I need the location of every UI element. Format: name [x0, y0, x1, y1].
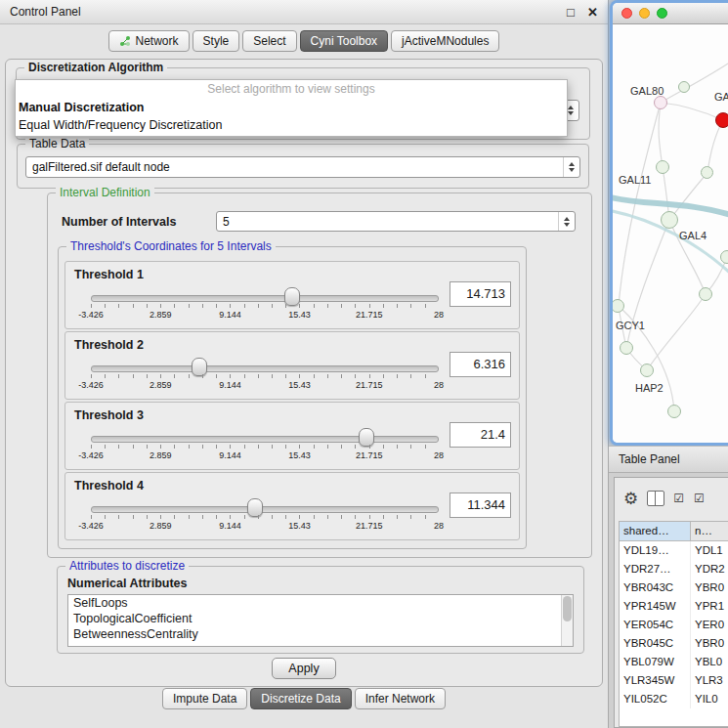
dropdown-option-equal-width-frequency[interactable]: Equal Width/Frequency Discretization [16, 116, 567, 134]
network-node[interactable] [678, 81, 690, 93]
table-row[interactable]: YDL19… YDL1 [620, 541, 728, 560]
network-canvas[interactable]: GAL80 GA GAL11 GAL4 GCY1 HAP2 [613, 24, 728, 443]
tab-style[interactable]: Style [193, 30, 240, 52]
slider-ticks [91, 304, 439, 308]
table-cell: YBL0 [691, 653, 728, 671]
network-node-label: GA [714, 91, 728, 103]
threshold-value-field[interactable]: 21.4 [450, 422, 511, 448]
table-row[interactable]: YBR045C YBR0 [620, 634, 728, 653]
tick-label: 9.144 [219, 521, 241, 531]
attributes-group: Attributes to discretize Numerical Attri… [57, 566, 584, 654]
dropdown-option-manual-discretization[interactable]: Manual Discretization [16, 99, 567, 116]
slider-ticks [91, 445, 439, 449]
network-node[interactable] [656, 160, 669, 174]
threshold-panel: Threshold 1 -3.426 2.859 9.144 15.43 21 [64, 261, 520, 329]
network-node[interactable] [699, 287, 712, 301]
apply-button[interactable]: Apply [272, 658, 336, 679]
threshold-label: Threshold 1 [74, 268, 144, 281]
select-all-checkbox-icon[interactable]: ☑ [673, 492, 685, 504]
network-node[interactable] [620, 341, 633, 355]
columns-icon[interactable] [647, 491, 664, 506]
scrollbar-thumb[interactable] [563, 596, 572, 621]
float-window-icon[interactable]: □ [567, 5, 575, 20]
threshold-slider[interactable]: -3.426 2.859 9.144 15.43 21.715 28 [85, 356, 445, 397]
tab-select[interactable]: Select [242, 30, 296, 52]
interval-definition-group: Interval Definition Number of Intervals … [47, 193, 592, 558]
network-node[interactable] [640, 364, 654, 377]
table-cell: YBL079W [620, 653, 691, 671]
network-node[interactable] [661, 211, 678, 229]
network-node-selected-red[interactable] [715, 112, 728, 128]
window-controls: □ ✕ [557, 5, 598, 20]
network-node[interactable] [654, 96, 667, 109]
threshold-label: Threshold 4 [74, 479, 144, 492]
tab-cyni-toolbox[interactable]: Cyni Toolbox [300, 30, 388, 52]
close-window-icon[interactable]: ✕ [587, 5, 598, 20]
threshold-slider[interactable]: -3.426 2.859 9.144 15.43 21.715 28 [85, 285, 445, 326]
table-cell: YDL19… [620, 541, 691, 560]
node-table: shared… n… YDL19… YDL1 YDR27… YDR2 YBR04… [619, 521, 728, 727]
network-node[interactable] [701, 166, 713, 179]
table-cell: YIL0 [691, 690, 728, 708]
threshold-value-field[interactable]: 6.316 [450, 352, 511, 377]
dropdown-hint: Select algorithm to view settings [16, 80, 567, 99]
bottom-tab-bar: Impute Data Discretize Data Infer Networ… [0, 688, 608, 709]
table-row[interactable]: YER054C YER0 [620, 616, 728, 634]
group-label-table-data: Table Data [25, 137, 89, 150]
list-item-betweennesscentrality[interactable]: BetweennessCentrality [68, 626, 573, 642]
tick-label: 21.715 [356, 450, 383, 460]
network-node-label: HAP2 [635, 382, 664, 394]
table-cell: YBR045C [620, 634, 691, 653]
tab-network[interactable]: Network [108, 30, 190, 52]
column-header-shared-name[interactable]: shared… [620, 522, 691, 541]
number-of-intervals-combobox[interactable]: 5 [216, 211, 576, 232]
threshold-value-field[interactable]: 14.713 [450, 281, 511, 307]
network-view-window: GAL80 GA GAL11 GAL4 GCY1 HAP2 [613, 3, 728, 443]
table-row[interactable]: YIL052C YIL0 [620, 690, 728, 708]
network-node-label: GAL11 [619, 174, 651, 186]
threshold-slider[interactable]: -3.426 2.859 9.144 15.43 21.715 28 [85, 496, 445, 537]
number-of-intervals-label: Number of Intervals [62, 215, 176, 229]
tab-label: Infer Network [365, 689, 435, 708]
tick-label: 9.144 [219, 310, 241, 320]
column-header-name[interactable]: n… [691, 522, 728, 541]
network-node[interactable] [720, 250, 728, 264]
tick-label: 28 [434, 450, 444, 460]
table-row[interactable]: YBL079W YBL0 [620, 653, 728, 671]
list-item-topologicalcoefficient[interactable]: TopologicalCoefficient [68, 611, 573, 626]
table-data-combobox[interactable]: galFiltered.sif default node [25, 156, 580, 178]
list-item-selfloops[interactable]: SelfLoops [68, 595, 573, 611]
table-row[interactable]: YLR345W YLR3 [620, 671, 728, 690]
mac-minimize-button[interactable] [639, 8, 650, 19]
number-of-intervals-value: 5 [223, 215, 558, 229]
select-columns-checkbox-icon[interactable]: ☑ [694, 492, 706, 504]
table-header-row: shared… n… [620, 522, 728, 541]
tab-infer-network[interactable]: Infer Network [355, 688, 446, 709]
tick-label: 15.43 [288, 521, 311, 531]
mac-zoom-button[interactable] [657, 8, 667, 19]
network-node-label: GAL80 [630, 85, 664, 97]
mac-close-button[interactable] [621, 8, 632, 19]
numerical-attributes-label: Numerical Attributes [67, 577, 187, 590]
threshold-value-field[interactable]: 11.344 [450, 492, 511, 518]
gear-icon[interactable]: ⚙ [623, 491, 638, 507]
list-scrollbar[interactable] [561, 595, 573, 646]
tick-label: 9.144 [219, 450, 241, 460]
tick-label: 28 [434, 521, 444, 531]
network-node[interactable] [667, 405, 681, 418]
network-window-titlebar[interactable] [613, 3, 728, 24]
network-icon [119, 35, 131, 47]
threshold-slider[interactable]: -3.426 2.859 9.144 15.43 21.715 28 [85, 426, 445, 467]
slider-ticks [91, 515, 439, 519]
algorithm-dropdown-list: Select algorithm to view settings Manual… [15, 79, 568, 137]
table-panel-window: ⚙ ☑ ☑ shared… n… YDL19… YDL1 YDR27… YDR2… [614, 477, 728, 728]
tab-discretize-data[interactable]: Discretize Data [250, 688, 351, 709]
table-row[interactable]: YBR043C YBR0 [620, 578, 728, 597]
tab-jactivemnodules[interactable]: jActiveMNodules [391, 30, 499, 52]
table-cell: YLR345W [620, 671, 691, 690]
tick-label: 2.859 [150, 380, 172, 390]
tab-impute-data[interactable]: Impute Data [162, 688, 247, 709]
table-row[interactable]: YPR145W YPR1 [620, 597, 728, 616]
threshold-label: Threshold 3 [74, 408, 144, 422]
table-row[interactable]: YDR27… YDR2 [620, 560, 728, 578]
